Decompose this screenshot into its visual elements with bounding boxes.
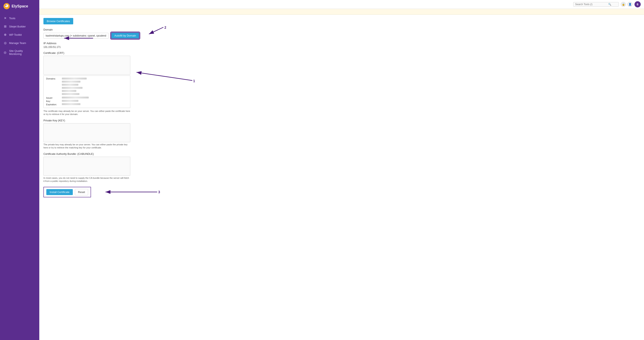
- browse-certificates-button[interactable]: Browse Certificates: [44, 18, 73, 24]
- domain-blurred-3: [62, 84, 78, 86]
- domains-key: Domains:: [46, 77, 60, 95]
- badge-number: 6: [634, 1, 641, 7]
- sitejet-icon: ⊞: [3, 24, 7, 28]
- search-icon: 🔍: [608, 3, 611, 6]
- user-icon[interactable]: 👤: [628, 2, 632, 7]
- quality-icon: ◎: [3, 51, 7, 54]
- issuer-key: Issuer:: [46, 97, 60, 99]
- bottom-btn-row: Install Certificate Reset: [44, 187, 91, 197]
- tools-icon: ✕: [3, 16, 7, 20]
- content-area: Browse Certificates Domain kashmiristart…: [39, 15, 644, 201]
- private-key-label: Private Key (KEY): [44, 119, 640, 122]
- logo-icon: [3, 3, 10, 9]
- domain-label: Domain: [44, 28, 640, 31]
- logo-text: ElySpace: [12, 4, 28, 8]
- issuer-row: Issuer:: [46, 97, 128, 99]
- sidebar-item-sitejet[interactable]: ⊞ Sitejet Builder: [0, 22, 39, 30]
- expiration-key: Expiration:: [46, 103, 60, 106]
- cabundle-textarea[interactable]: [44, 157, 130, 176]
- cert-textarea[interactable]: [44, 56, 130, 75]
- domains-row: Domains:: [46, 77, 128, 95]
- private-key-textarea[interactable]: [44, 123, 130, 142]
- svg-text:1: 1: [193, 79, 195, 83]
- logo: ElySpace: [0, 0, 39, 12]
- sidebar-nav: ✕ Tools ⊞ Sitejet Builder ⊕ WP Toolkit ◎…: [0, 14, 39, 58]
- key-key: Key:: [46, 100, 60, 102]
- ip-value: 131.153.51.171: [44, 46, 640, 48]
- cert-textarea-wrapper: [44, 56, 640, 75]
- bottom-area: Install Certificate Reset 3: [44, 187, 640, 197]
- key-row: Key:: [46, 100, 128, 102]
- key-blurred: [62, 100, 78, 102]
- domain-blurred-5: [62, 90, 76, 92]
- sidebar-item-label: Site Quality Monitoring: [9, 49, 36, 55]
- domains-values: [62, 77, 87, 95]
- install-certificate-button[interactable]: Install Certificate: [46, 189, 73, 195]
- domain-select[interactable]: kashmiristartups.com (+ subdomains: cpan…: [44, 33, 108, 39]
- wp-icon: ⊕: [3, 33, 7, 36]
- lock-icon[interactable]: 🔒: [621, 2, 626, 7]
- sidebar-item-sitequality[interactable]: ◎ Site Quality Monitoring: [0, 47, 39, 58]
- domain-blurred-2: [62, 81, 80, 83]
- arrow-annotation-3: 3: [104, 189, 161, 197]
- sidebar-item-label: Manage Team: [9, 41, 26, 45]
- cabundle-label: Certificate Authority Bundle: (CABUNDLE): [44, 152, 640, 156]
- private-key-wrapper: [44, 123, 640, 142]
- manage-icon: ◎: [3, 41, 7, 45]
- sidebar-item-label: WP Toolkit: [9, 33, 22, 36]
- expiration-blurred: [62, 103, 80, 105]
- sidebar-item-wptoolkit[interactable]: ⊕ WP Toolkit: [0, 30, 39, 39]
- svg-text:3: 3: [158, 190, 160, 194]
- issuer-blurred: [62, 97, 89, 98]
- domain-blurred-4: [62, 87, 82, 89]
- svg-point-2: [5, 5, 6, 6]
- page-top-bar: [39, 9, 644, 15]
- sidebar-item-manageteam[interactable]: ◎ Manage Team: [0, 39, 39, 47]
- cert-label: Certificate: (CRT): [44, 51, 640, 54]
- domain-row: kashmiristartups.com (+ subdomains: cpan…: [44, 32, 640, 39]
- sidebar-item-label: Tools: [9, 17, 15, 20]
- reset-button[interactable]: Reset: [75, 189, 88, 195]
- search-bar[interactable]: 🔍: [573, 2, 619, 6]
- cert-info-box: Domains: Issuer:: [44, 76, 130, 108]
- expiration-row: Expiration:: [46, 103, 128, 106]
- autofill-button[interactable]: Autofill by Domain: [111, 32, 140, 39]
- domain-blurred-6: [62, 93, 80, 95]
- sidebar-item-tools[interactable]: ✕ Tools: [0, 14, 39, 22]
- ip-label: IP Address: [44, 42, 640, 45]
- sidebar-item-label: Sitejet Builder: [9, 25, 26, 28]
- cert-section: Domains: Issuer:: [44, 56, 640, 108]
- sidebar: ElySpace ✕ Tools ⊞ Sitejet Builder ⊕ WP …: [0, 0, 39, 340]
- private-key-hint: The private key may already be on your s…: [44, 143, 130, 150]
- cabundle-hint: In most cases, you do not need to supply…: [44, 176, 130, 183]
- main-content: 🔍 🔒 👤 6 Browse Certificates Domain kashm…: [39, 0, 644, 340]
- cert-hint: The certificate may already be on your s…: [44, 110, 130, 116]
- page-content: Browse Certificates Domain kashmiristart…: [39, 9, 644, 340]
- topbar: 🔍 🔒 👤 6: [39, 0, 644, 9]
- search-input[interactable]: [575, 3, 608, 6]
- cabundle-wrapper: [44, 157, 640, 176]
- domain-blurred-1: [62, 78, 87, 79]
- topbar-icons: 🔒 👤: [621, 2, 632, 7]
